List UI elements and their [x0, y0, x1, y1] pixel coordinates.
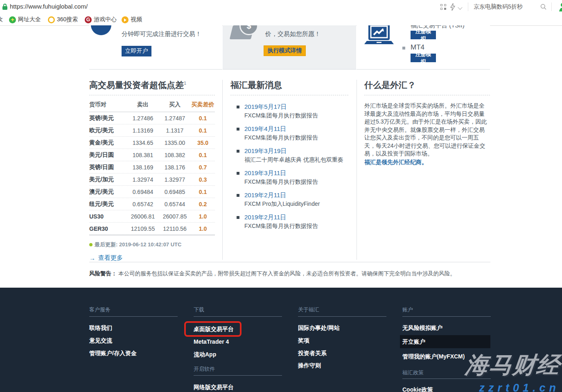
- sites-icon: +: [9, 16, 16, 23]
- register-demo-button-tsii[interactable]: 注册模拟: [411, 31, 436, 39]
- col-header-buy: 买入: [159, 101, 191, 108]
- bookmark-gamecenter[interactable]: G 游戏中心: [85, 15, 117, 24]
- news-bullet-icon: [237, 194, 239, 197]
- lightning-icon[interactable]: [450, 3, 456, 11]
- video-icon: [122, 16, 129, 23]
- bookmark-gamecenter-label: 游戏中心: [94, 16, 117, 23]
- footer-link-open-account[interactable]: 开立账户: [402, 338, 425, 346]
- news-item-title[interactable]: FXCM集团每月执行数据报告: [244, 223, 348, 230]
- footer-link-manage-deposit[interactable]: 管理账户/存入资金: [89, 350, 137, 357]
- spreads-title: 高交易量投资者超低点差1: [89, 78, 215, 95]
- pair-value: 1.1317: [159, 127, 191, 134]
- pair-name: 美元/日圆: [89, 151, 127, 159]
- news-date-link[interactable]: 2019年3月19日: [244, 147, 348, 155]
- footer-link-metatrader4[interactable]: MetaTrader 4: [194, 338, 229, 345]
- search-icon[interactable]: [540, 4, 546, 10]
- footer: 客户服务 联络我们 意见交流 管理账户/存入资金 下载 桌面版交易平台 Meta…: [0, 288, 562, 392]
- news-list: 2019年5月17日FXCM集团每月执行数据报告2019年4月11日FXCM集团…: [230, 101, 348, 234]
- hero-strip: 分钟即可完成注册进行交易！ 立即开户 $ 价，交易如您所愿！ 执行模式详情 福汇…: [0, 25, 562, 70]
- footer-link-web-platform[interactable]: 网络版交易平台: [194, 384, 234, 391]
- news-item: 2019年2月11日FXCM Pro加入LiquidityFinder: [230, 189, 348, 212]
- news-item-title[interactable]: FXCM集团每月执行数据报告: [244, 112, 348, 119]
- pair-value: 0.7: [191, 164, 215, 171]
- footer-link-mobile-app[interactable]: 流动App: [194, 351, 216, 358]
- news-date-link[interactable]: 2019年3月11日: [244, 169, 348, 177]
- search360-icon: [48, 16, 55, 23]
- bookmark-sites[interactable]: + 网址大全: [9, 15, 41, 24]
- news-item-title[interactable]: FXCM集团每月执行数据报告: [244, 178, 348, 186]
- footer-header: 客户服务: [89, 306, 111, 313]
- leading-broker-link[interactable]: 福汇是领先外汇经纪商。: [364, 158, 427, 167]
- url-text[interactable]: https://www.fuhuiglobal.com/: [10, 3, 88, 10]
- pair-value: 108.382: [159, 152, 191, 158]
- browser-search-input[interactable]: 京东电脑数码5折秒: [474, 3, 523, 11]
- news-date-link[interactable]: 2019年2月11日: [244, 214, 348, 221]
- pair-value: 0.65742: [127, 201, 159, 207]
- bookmark-sites-label: 网址大全: [18, 16, 41, 23]
- chevron-down-icon[interactable]: [458, 5, 462, 9]
- spread-row: 黄金/美元1334.651335.0035.0: [89, 137, 215, 149]
- view-more-link[interactable]: → 查看更多: [89, 254, 123, 262]
- bookmark-partial[interactable]: 欢: [0, 16, 3, 23]
- hero-execution-panel: $ 价，交易如您所愿！ 执行模式详情: [223, 25, 356, 70]
- pair-value: 0.1: [191, 127, 215, 134]
- footer-link-demo-account[interactable]: 无风险模拟账户: [402, 324, 442, 332]
- footer-link-cookie-policy[interactable]: Cookie政策: [402, 386, 433, 392]
- spread-row: GER3012109.5512110.561.0: [89, 223, 215, 235]
- browser-user-icon[interactable]: [557, 2, 562, 11]
- qr-grid-icon[interactable]: [440, 4, 446, 10]
- browser-window: https://www.fuhuiglobal.com/ 京东电脑数码5折秒 欢…: [0, 0, 562, 392]
- news-item-title[interactable]: FXCM Pro加入LiquidityFinder: [244, 201, 348, 208]
- pair-name: US30: [89, 213, 127, 220]
- footer-subheader-underline: [402, 378, 491, 379]
- pair-value: 138.169: [127, 164, 159, 171]
- footer-link-international-offices[interactable]: 国际办事处/网站: [298, 324, 340, 332]
- footer-link-investor-relations[interactable]: 投资者关系: [298, 350, 327, 357]
- news-date-link[interactable]: 2019年4月11日: [244, 125, 348, 133]
- spread-row: 欧元/美元1.131691.13170.1: [89, 124, 215, 137]
- bookmark-360search[interactable]: 360搜索: [48, 15, 78, 24]
- pair-value: 1.32977: [159, 176, 191, 183]
- section-divider: [89, 262, 490, 262]
- hero-open-account-text: 分钟即可完成注册进行交易！: [122, 30, 201, 38]
- news-section: 福汇最新消息 2019年5月17日FXCM集团每月执行数据报告2019年4月11…: [230, 78, 348, 234]
- open-account-button[interactable]: 立即开户: [122, 46, 151, 56]
- news-item: 2019年3月19日福汇二十周年卓越庆典 优惠礼包双重奏: [230, 145, 348, 167]
- clock-icon: [91, 25, 111, 35]
- register-demo-button-mt4[interactable]: 注册模拟: [411, 54, 436, 62]
- hero-execution-text: 价，交易如您所愿！: [265, 30, 320, 38]
- footer-link-desktop-platform[interactable]: 桌面版交易平台: [194, 326, 234, 333]
- about-forex-body: 外汇市场是全球货币买卖的场所。外汇市场是全球最庞大及流动性最高的市场，平均每日交…: [364, 102, 490, 158]
- spread-row: 澳元/美元0.694840.694850.1: [89, 186, 215, 198]
- footer-link-contact-us[interactable]: 联络我们: [89, 324, 112, 332]
- spread-table-header: 货币对 卖出 买入 买卖差价: [89, 101, 215, 112]
- col-header-pair: 货币对: [89, 101, 127, 108]
- spread-table-body: 英镑/美元1.274861.274870.1欧元/美元1.131691.1317…: [89, 112, 215, 235]
- status-dot-icon: [89, 243, 93, 246]
- execution-details-button[interactable]: 执行模式详情: [264, 45, 306, 56]
- trading-platform-icon: [363, 25, 394, 47]
- footer-link-myfxcm[interactable]: 管理我的账户(MyFXCM): [402, 353, 465, 360]
- footer-link-feedback[interactable]: 意见交流: [89, 337, 112, 345]
- news-date-link[interactable]: 2019年2月11日: [244, 191, 348, 199]
- footer-link-awards[interactable]: 奖项: [298, 337, 309, 345]
- spreads-section: 高交易量投资者超低点差1 货币对 卖出 买入 买卖差价 英镑/美元1.27486…: [89, 78, 215, 262]
- news-bullet-icon: [237, 172, 239, 175]
- footer-link-code-of-conduct[interactable]: 操作守则: [298, 362, 321, 369]
- news-item: 2019年3月11日FXCM集团每月执行数据报告: [230, 167, 348, 189]
- news-item: 2019年5月17日FXCM集团每月执行数据报告: [230, 101, 348, 123]
- spread-row: 英镑/日圆138.169138.1760.7: [89, 161, 215, 173]
- news-date-link[interactable]: 2019年5月17日: [244, 103, 348, 111]
- footer-header-underline: [89, 316, 178, 317]
- news-item-title[interactable]: 福汇二十周年卓越庆典 优惠礼包双重奏: [244, 156, 348, 164]
- spread-row: 英镑/美元1.274861.274870.1: [89, 112, 215, 124]
- bookmark-video[interactable]: 视频: [122, 15, 142, 24]
- main-content: 高交易量投资者超低点差1 货币对 卖出 买入 买卖差价 英镑/美元1.27486…: [0, 78, 562, 262]
- news-item-title[interactable]: FXCM集团每月执行数据报告: [244, 134, 348, 142]
- toolbar-divider-2: [551, 2, 552, 11]
- column-divider-2: [357, 80, 357, 260]
- mt4-bullet-icon: [402, 47, 405, 50]
- bookmarks-bar: 欢 + 网址大全 360搜索 G 游戏中心 视频: [0, 14, 562, 26]
- arrow-right-icon: →: [89, 255, 95, 261]
- pair-value: 0.69484: [127, 189, 159, 195]
